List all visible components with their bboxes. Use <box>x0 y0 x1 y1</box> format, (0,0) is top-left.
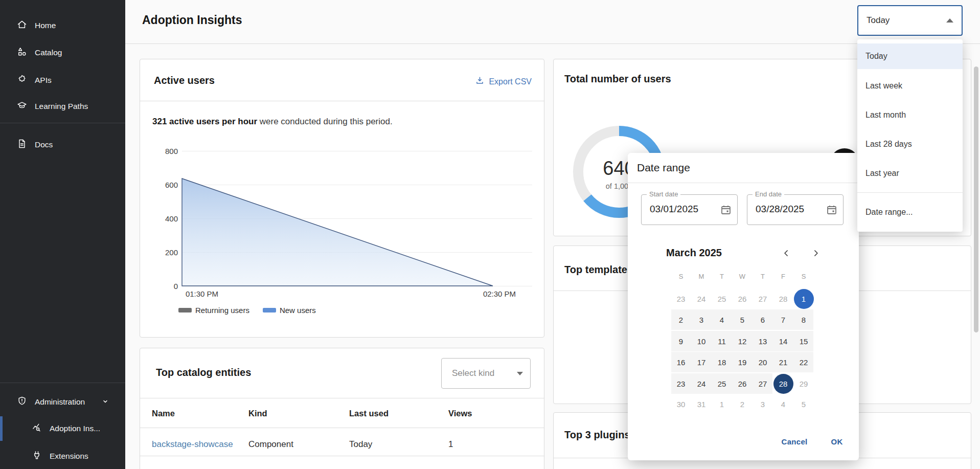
column-header-views: Views <box>448 409 472 418</box>
select-kind-dropdown[interactable]: Select kind <box>441 358 531 389</box>
sidebar-item-learning-paths[interactable]: Learning Paths <box>0 94 125 119</box>
menu-item-date-range[interactable]: Date range... <box>857 199 963 225</box>
cancel-button[interactable]: Cancel <box>772 432 816 451</box>
calendar-day[interactable]: 24 <box>691 373 712 394</box>
calendar-day[interactable]: 26 <box>732 373 753 394</box>
sidebar-item-label: APIs <box>35 76 52 85</box>
calendar-day[interactable]: 10 <box>691 331 712 351</box>
calendar-day[interactable]: 6 <box>753 309 773 330</box>
legend-item-new-users: New users <box>263 306 316 315</box>
calendar-day[interactable]: 3 <box>753 394 773 414</box>
previous-month-button[interactable] <box>780 247 793 260</box>
card-title: Top 3 plugins <box>564 429 630 441</box>
weekday: M <box>691 266 712 286</box>
entity-link[interactable]: backstage-showcase <box>152 439 233 450</box>
ok-button[interactable]: OK <box>824 432 850 451</box>
legend-swatch-new <box>263 308 276 312</box>
calendar-day[interactable]: 20 <box>753 352 773 372</box>
calendar-day[interactable]: 14 <box>773 331 793 351</box>
sidebar-item-label: Learning Paths <box>35 102 88 111</box>
date-range-select-value: Today <box>867 15 890 26</box>
calendar-day[interactable]: 5 <box>793 394 814 414</box>
calendar-day[interactable]: 13 <box>753 331 773 351</box>
calendar-day[interactable]: 4 <box>712 309 732 330</box>
catalog-entities-card: Top catalog entities Select kind Name Ki… <box>140 348 544 469</box>
calendar-day[interactable]: 31 <box>691 394 712 414</box>
calendar-day[interactable]: 25 <box>712 373 732 394</box>
sidebar-item-label: Docs <box>35 140 53 149</box>
sidebar-item-apis[interactable]: APIs <box>0 68 125 93</box>
calendar-day[interactable]: 27 <box>753 288 773 309</box>
calendar-weekday-header: S M T W T F S <box>671 266 814 286</box>
calendar-day[interactable]: 28 <box>773 288 793 309</box>
caret-up-icon <box>946 18 953 23</box>
calendar-day[interactable]: 24 <box>691 288 712 309</box>
date-range-select[interactable]: Today <box>857 5 963 36</box>
menu-item-last-week[interactable]: Last week <box>857 73 963 99</box>
sidebar-item-extensions[interactable]: Extensions <box>0 444 125 468</box>
calendar-day[interactable]: 18 <box>712 352 732 372</box>
calendar-day-selected-start[interactable]: 1 <box>793 288 814 309</box>
start-date-label: Start date <box>647 190 680 198</box>
menu-item-today[interactable]: Today <box>857 43 963 69</box>
calendar-day[interactable]: 29 <box>793 373 814 394</box>
weekday: T <box>753 266 773 286</box>
sidebar-item-label: Catalog <box>35 48 62 57</box>
area-series <box>155 136 534 305</box>
calendar-week-row: 16 17 18 19 20 21 22 <box>671 352 814 372</box>
calendar-day[interactable]: 21 <box>773 352 793 372</box>
calendar-day[interactable]: 7 <box>773 309 793 330</box>
calendar-day[interactable]: 16 <box>671 352 691 372</box>
calendar-day[interactable]: 11 <box>712 331 732 351</box>
calendar-day[interactable]: 15 <box>793 331 814 351</box>
sidebar-item-administration[interactable]: Administration <box>0 390 125 414</box>
calendar-week-row: 23 24 25 26 27 28 29 <box>671 373 814 394</box>
calendar-day[interactable]: 23 <box>671 373 691 394</box>
end-date-field[interactable]: End date 03/28/2025 <box>747 194 844 225</box>
calendar-icon[interactable] <box>720 204 732 218</box>
menu-item-last-month[interactable]: Last month <box>857 102 963 128</box>
calendar-day[interactable]: 12 <box>732 331 753 351</box>
calendar-day[interactable]: 26 <box>732 288 753 309</box>
api-seal-icon <box>17 74 27 86</box>
export-csv-button[interactable]: Export CSV <box>475 76 532 87</box>
calendar-day[interactable]: 3 <box>691 309 712 330</box>
sidebar-item-docs[interactable]: Docs <box>0 132 125 157</box>
weekday: S <box>793 266 814 286</box>
select-kind-label: Select kind <box>452 368 494 378</box>
start-date-value: 03/01/2025 <box>650 204 698 215</box>
calendar-day[interactable]: 8 <box>793 309 814 330</box>
column-header-kind: Kind <box>248 409 267 418</box>
calendar-day[interactable]: 22 <box>793 352 814 372</box>
sidebar-item-home[interactable]: Home <box>0 13 125 38</box>
entity-views: 1 <box>448 439 453 450</box>
calendar-day[interactable]: 1 <box>712 394 732 414</box>
page-scrollbar[interactable] <box>974 66 978 332</box>
calendar-day[interactable]: 9 <box>671 331 691 351</box>
calendar-day[interactable]: 19 <box>732 352 753 372</box>
next-month-button[interactable] <box>809 247 823 260</box>
entity-kind: Component <box>248 439 293 450</box>
calendar-day[interactable]: 25 <box>712 288 732 309</box>
active-users-summary: 321 active users per hour were conducted… <box>152 117 393 127</box>
calendar-day[interactable]: 30 <box>671 394 691 414</box>
menu-divider <box>857 192 963 193</box>
calendar-day-selected-end[interactable]: 28 <box>773 373 793 394</box>
calendar-day[interactable]: 17 <box>691 352 712 372</box>
calendar-day[interactable]: 4 <box>773 394 793 414</box>
chart-legend: Returning users New users <box>178 306 316 315</box>
calendar-icon[interactable] <box>826 204 838 218</box>
calendar-day[interactable]: 2 <box>671 309 691 330</box>
menu-item-last-28-days[interactable]: Last 28 days <box>857 131 963 157</box>
card-title: Active users <box>154 75 215 86</box>
weekday: S <box>671 266 691 286</box>
calendar-day[interactable]: 27 <box>753 373 773 394</box>
calendar-day[interactable]: 23 <box>671 288 691 309</box>
calendar-day[interactable]: 5 <box>732 309 753 330</box>
calendar-day[interactable]: 2 <box>732 394 753 414</box>
sidebar-item-catalog[interactable]: Catalog <box>0 40 125 65</box>
menu-item-last-year[interactable]: Last year <box>857 161 963 186</box>
summary-bold: 321 active users per hour <box>152 117 257 126</box>
start-date-field[interactable]: Start date 03/01/2025 <box>641 194 738 225</box>
sidebar-item-adoption-insights[interactable]: Adoption Ins... <box>0 416 125 441</box>
